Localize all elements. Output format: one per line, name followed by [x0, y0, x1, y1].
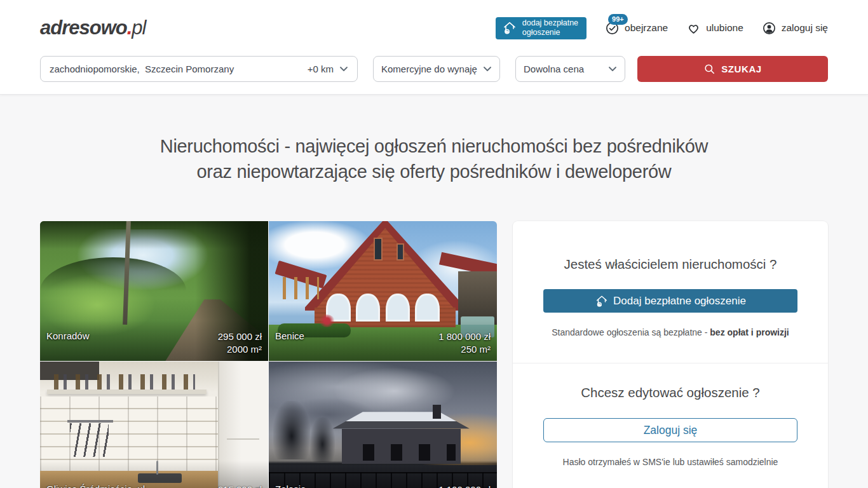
viewed-count-badge: 99+ [608, 14, 628, 25]
edit-note: Hasło otrzymałeś w SMS'ie lub ustawiłeś … [543, 457, 797, 467]
photo-art-layer [397, 243, 404, 260]
search-button-label: SZUKAJ [721, 64, 762, 74]
viewed-link[interactable]: 99+ obejrzane [605, 21, 668, 36]
house-plus-icon [595, 294, 609, 308]
add-free-listing-button[interactable]: Dodaj bezpłatne ogłoszenie [543, 289, 797, 313]
viewed-label: obejrzane [625, 22, 668, 34]
listing-meta: 1 800 000 zł 250 m² [438, 330, 491, 356]
add-free-listing-label: Dodaj bezpłatne ogłoszenie [613, 295, 746, 308]
search-icon [703, 63, 715, 75]
photo-art-layer [433, 405, 441, 419]
house-plus-icon [502, 20, 517, 36]
login-button[interactable]: Zaloguj się [543, 418, 797, 442]
chevron-down-icon [339, 66, 348, 72]
photo-art-layer [310, 417, 335, 462]
photo-art-layer [54, 374, 196, 390]
listing-meta: 295 000 zł 2000 m² [218, 330, 262, 356]
add-listing-label: dodaj bezpłatne ogłoszenie [522, 18, 578, 37]
owner-note-bold: bez opłat i prowizji [710, 327, 789, 337]
search-bar: +0 km Komercyjne do wynaję Dowolna cena … [0, 56, 868, 94]
header-nav: dodaj bezpłatne ogłoszenie 99+ obejrzane [496, 17, 828, 39]
listing-name: Zalesie [275, 484, 306, 488]
photo-art-layer [326, 294, 440, 322]
owner-panel: Jesteś właścicielem nieruchomości ? Doda… [513, 221, 828, 488]
favorites-label: ulubione [706, 22, 743, 34]
tile-label: Gliwice Śródmieście, ul... 615 000 zł [40, 484, 268, 488]
listing-area: 2000 m² [227, 343, 262, 356]
site-header: adresowo.pl dodaj bezpłatne ogłoszenie [0, 0, 868, 95]
photo-art-layer [47, 390, 207, 394]
listing-tile-konradow[interactable]: Konradów 295 000 zł 2000 m² [40, 221, 268, 361]
listing-price: 615 000 zł [218, 484, 262, 488]
check-circle-icon: 99+ [605, 21, 620, 36]
photo-art-layer [346, 444, 456, 461]
search-button[interactable]: SZUKAJ [637, 56, 828, 82]
content-row: Konradów 295 000 zł 2000 m² [0, 221, 868, 488]
listing-name: Konradów [46, 330, 90, 341]
location-input[interactable] [50, 64, 302, 74]
listing-grid: Konradów 295 000 zł 2000 m² [40, 221, 497, 488]
category-value: Komercyjne do wynaję [381, 64, 477, 74]
price-select[interactable]: Dowolna cena [515, 56, 625, 82]
photo-art-layer [283, 277, 319, 299]
listing-tile-zalesie[interactable]: Zalesie 1 100 000 zł [269, 362, 497, 488]
add-listing-label-line2: ogłoszenie [522, 28, 560, 37]
page-title-line2: oraz niepowtarzające się oferty pośredni… [0, 159, 868, 184]
favorites-link[interactable]: ulubione [686, 21, 743, 36]
listing-price: 1 800 000 zł [438, 330, 491, 343]
radius-value: +0 km [308, 64, 334, 74]
chevron-down-icon [483, 66, 492, 72]
listing-name: Gliwice Śródmieście, ul... [46, 484, 153, 488]
edit-heading: Chcesz edytować ogłoszenie ? [543, 385, 797, 400]
price-value: Dowolna cena [524, 64, 584, 74]
chevron-down-icon [608, 66, 617, 72]
listing-meta: 1 100 000 zł [438, 484, 491, 488]
photo-art-layer [227, 438, 259, 440]
owner-heading: Jesteś właścicielem nieruchomości ? [543, 257, 797, 272]
listing-price: 1 100 000 zł [438, 484, 491, 488]
login-label: zaloguj się [782, 22, 828, 34]
photo-art-layer [40, 396, 218, 471]
tile-label: Konradów 295 000 zł 2000 m² [40, 330, 268, 356]
owner-note-normal: Standardowe ogłoszenia są bezpłatne - [552, 327, 710, 337]
logo-text: adresowo [40, 17, 127, 39]
location-field: +0 km [40, 56, 358, 82]
page-title: Nieruchomości - najwięcej ogłoszeń nieru… [0, 133, 868, 184]
listing-price: 295 000 zł [218, 330, 262, 343]
tile-label: Zalesie 1 100 000 zł [269, 484, 497, 488]
photo-art-layer [273, 401, 309, 459]
listing-meta: 615 000 zł [218, 484, 262, 488]
category-select[interactable]: Komercyjne do wynaję [373, 56, 500, 82]
add-listing-button[interactable]: dodaj bezpłatne ogłoszenie [496, 17, 587, 39]
add-listing-label-line1: dodaj bezpłatne [522, 18, 578, 28]
photo-art-layer [67, 420, 113, 423]
login-link[interactable]: zaloguj się [762, 21, 828, 36]
photo-art-layer [70, 423, 109, 457]
page-title-line1: Nieruchomości - najwięcej ogłoszeń nieru… [0, 133, 868, 159]
listing-tile-benice[interactable]: Benice 1 800 000 zł 250 m² [269, 221, 497, 361]
listing-name: Benice [275, 330, 304, 341]
listing-tile-gliwice[interactable]: Gliwice Śródmieście, ul... 615 000 zł [40, 362, 268, 488]
tile-label: Benice 1 800 000 zł 250 m² [269, 330, 497, 356]
user-circle-icon [762, 21, 776, 36]
main-content: Nieruchomości - najwięcej ogłoszeń nieru… [0, 133, 868, 488]
owner-note: Standardowe ogłoszenia są bezpłatne - be… [543, 327, 797, 337]
logo[interactable]: adresowo.pl [40, 17, 146, 39]
header-top-row: adresowo.pl dodaj bezpłatne ogłoszenie [0, 0, 868, 56]
edit-section: Chcesz edytować ogłoszenie ? Zaloguj się… [513, 363, 828, 488]
logo-tld: pl [132, 17, 146, 39]
radius-select[interactable]: +0 km [302, 64, 348, 74]
heart-icon [686, 21, 701, 36]
photo-art-layer [374, 238, 383, 260]
listing-area: 250 m² [461, 343, 491, 356]
owner-section: Jesteś właścicielem nieruchomości ? Doda… [513, 221, 828, 363]
